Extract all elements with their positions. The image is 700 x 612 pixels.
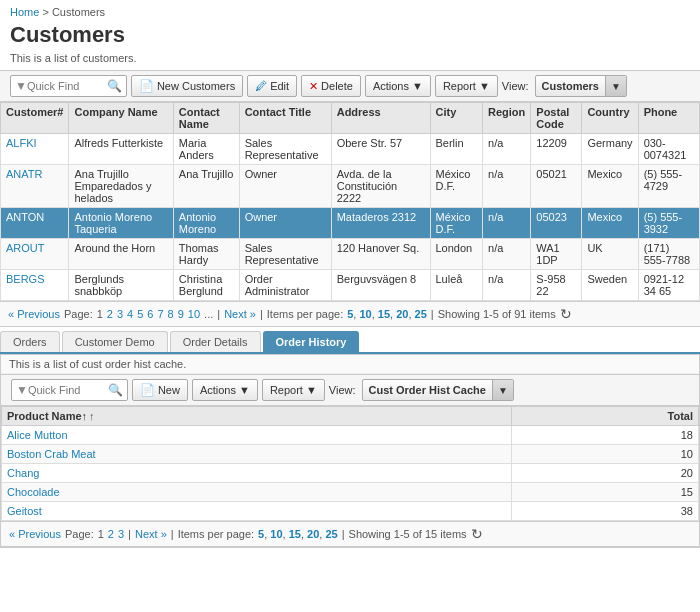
actions-button-bottom[interactable]: Actions ▼ [192,379,258,401]
list-item: Chocolade 15 [2,483,699,502]
tab-customer-demo[interactable]: Customer Demo [62,331,168,352]
new-icon: 📄 [139,79,154,93]
view-dropdown-arrow[interactable]: ▼ [605,76,626,96]
page-2-bottom[interactable]: 2 [108,528,114,540]
search-icon-bottom[interactable]: 🔍 [108,383,123,397]
table-row[interactable]: ANATRAna Trujillo Emparedados y heladosA… [1,165,700,208]
tab-order-details[interactable]: Order Details [170,331,261,352]
page-9-top[interactable]: 9 [178,308,184,320]
page-3-bottom[interactable]: 3 [118,528,124,540]
items-20-bottom[interactable]: 20 [307,528,319,540]
refresh-icon-bottom[interactable]: ↻ [471,526,483,542]
quick-find-bottom[interactable]: ▼ 🔍 [11,379,128,401]
items-20-top[interactable]: 20 [396,308,408,320]
prev-page-top[interactable]: « Previous [8,308,60,320]
items-10-bottom[interactable]: 10 [270,528,282,540]
list-item: Chang 20 [2,464,699,483]
tab-orders[interactable]: Orders [0,331,60,352]
customer-id-link[interactable]: BERGS [6,273,45,285]
col-header-contact-name: Contact Name [173,103,239,134]
actions-button-top[interactable]: Actions ▼ [365,75,431,97]
items-per-page-label-bottom: Items per page: [178,528,254,540]
dropdown-icon-bottom[interactable]: ▼ [16,383,28,397]
items-5-top[interactable]: 5 [347,308,353,320]
page-8-top[interactable]: 8 [168,308,174,320]
actions-arrow-icon-bottom: ▼ [239,384,250,396]
bottom-subtitle: This is a list of cust order hist cache. [1,355,699,374]
next-page-bottom[interactable]: Next » [135,528,167,540]
page-label-bottom: Page: [65,528,94,540]
customer-id-link[interactable]: ANTON [6,211,44,223]
col-header-region: Region [483,103,531,134]
items-per-page-label-top: Items per page: [267,308,343,320]
pagination-top: « Previous Page: 1 2 3 4 5 6 7 8 9 10 ..… [0,301,700,327]
page-4-top[interactable]: 4 [127,308,133,320]
report-button-bottom[interactable]: Report ▼ [262,379,325,401]
view-dropdown-arrow-bottom[interactable]: ▼ [492,380,513,400]
customer-id-link[interactable]: ANATR [6,168,42,180]
page-3-top[interactable]: 3 [117,308,123,320]
list-item: Geitost 38 [2,502,699,521]
col-header-customer-id: Customer# [1,103,69,134]
col-header-company: Company Name [69,103,173,134]
product-link[interactable]: Alice Mutton [7,429,68,441]
new-button-bottom[interactable]: 📄 New [132,379,188,401]
items-5-bottom[interactable]: 5 [258,528,264,540]
table-row[interactable]: ALFKIAlfreds FutterkisteMaria AndersSale… [1,134,700,165]
page-label-top: Page: [64,308,93,320]
table-row[interactable]: AROUTAround the HornThomas HardySales Re… [1,239,700,270]
quick-find-top[interactable]: ▼ 🔍 [10,75,127,97]
report-button-top[interactable]: Report ▼ [435,75,498,97]
page-current-bottom: 1 [98,528,104,540]
page-7-top[interactable]: 7 [157,308,163,320]
page-5-top[interactable]: 5 [137,308,143,320]
bottom-table: Product Name↑ Total Alice Mutton 18 Bost… [1,406,699,521]
col-header-phone: Phone [638,103,699,134]
table-row[interactable]: ANTONAntonio Moreno TaqueriaAntonio More… [1,208,700,239]
delete-icon: ✕ [309,80,318,93]
tabs: OrdersCustomer DemoOrder DetailsOrder Hi… [0,331,700,354]
edit-button[interactable]: 🖉 Edit [247,75,297,97]
col-header-total: Total [512,407,699,426]
product-link[interactable]: Boston Crab Meat [7,448,96,460]
view-dropdown-top[interactable]: Customers ▼ [535,75,627,97]
page-6-top[interactable]: 6 [147,308,153,320]
prev-page-bottom[interactable]: « Previous [9,528,61,540]
page-10-top[interactable]: 10 [188,308,200,320]
tab-order-history[interactable]: Order History [263,331,360,352]
edit-icon: 🖉 [255,79,267,93]
quick-find-input-bottom[interactable] [28,384,108,396]
items-10-top[interactable]: 10 [359,308,371,320]
col-header-contact-title: Contact Title [239,103,331,134]
delete-button[interactable]: ✕ Delete [301,75,361,97]
page-current-top: 1 [97,308,103,320]
page-2-top[interactable]: 2 [107,308,113,320]
bottom-section: This is a list of cust order hist cache.… [0,354,700,548]
view-dropdown-bottom[interactable]: Cust Order Hist Cache ▼ [362,379,514,401]
product-link[interactable]: Chocolade [7,486,60,498]
items-25-bottom[interactable]: 25 [325,528,337,540]
refresh-icon-top[interactable]: ↻ [560,306,572,322]
quick-find-input-top[interactable] [27,80,107,92]
list-item: Boston Crab Meat 10 [2,445,699,464]
col-header-country: Country [582,103,638,134]
breadcrumb: Home > Customers [0,0,700,20]
report-arrow-icon: ▼ [479,80,490,92]
top-toolbar: ▼ 🔍 📄 New Customers 🖉 Edit ✕ Delete Acti… [0,70,700,102]
product-link[interactable]: Geitost [7,505,42,517]
report-arrow-icon-bottom: ▼ [306,384,317,396]
search-icon[interactable]: 🔍 [107,79,122,93]
items-25-top[interactable]: 25 [415,308,427,320]
new-customers-button[interactable]: 📄 New Customers [131,75,243,97]
product-link[interactable]: Chang [7,467,39,479]
dropdown-icon[interactable]: ▼ [15,79,27,93]
col-header-product[interactable]: Product Name↑ [2,407,512,426]
customer-id-link[interactable]: ALFKI [6,137,37,149]
items-15-top[interactable]: 15 [378,308,390,320]
col-header-address: Address [331,103,430,134]
table-row[interactable]: BERGSBerglunds snabbköpChristina Berglun… [1,270,700,301]
customer-id-link[interactable]: AROUT [6,242,45,254]
breadcrumb-home[interactable]: Home [10,6,39,18]
next-page-top[interactable]: Next » [224,308,256,320]
items-15-bottom[interactable]: 15 [289,528,301,540]
